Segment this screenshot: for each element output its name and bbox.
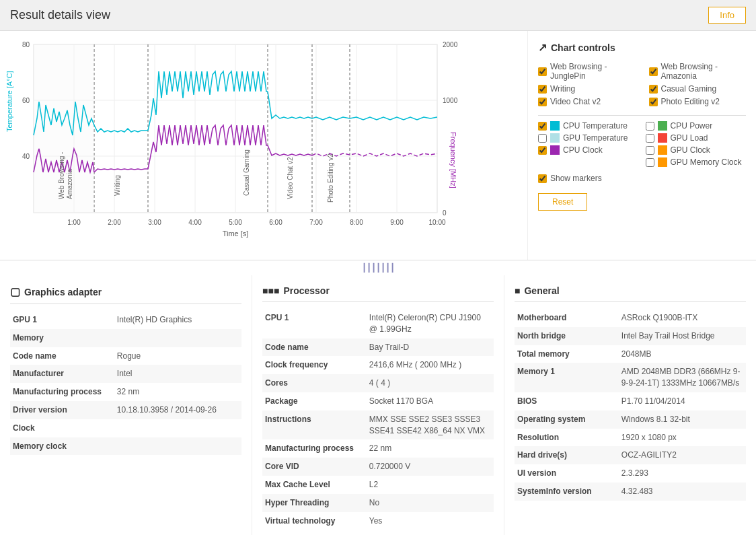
table-row: Code name Bay Trail-D [262, 338, 494, 357]
label-mfgprocess: Manufacturing process [262, 439, 367, 458]
svg-text:0: 0 [443, 209, 447, 217]
table-row: Virtual technology Yes [262, 512, 494, 530]
label-mfg-process: Manufacturing process [10, 383, 114, 401]
value-northbridge: Intel Bay Trail Host Bridge [619, 327, 746, 345]
show-markers-checkbox[interactable]: Show markers [538, 174, 746, 183]
value-virtual: Yes [367, 512, 494, 530]
label-maxcache: Max Cache Level [262, 476, 367, 494]
label-os: Operating system [515, 411, 619, 429]
table-row: Operating system Windows 8.1 32-bit [515, 411, 746, 429]
value-clockfreq: 2416,6 MHz ( 2000 MHz ) [367, 356, 494, 374]
svg-text:Frequency [MHz]: Frequency [MHz] [449, 132, 457, 188]
general-panel: ■ General Motherboard ASRock Q1900B-ITX … [504, 275, 756, 535]
bottom-section: ▢ Graphics adapter GPU 1 Intel(R) HD Gra… [0, 275, 756, 535]
label-gpu1: GPU 1 [10, 311, 114, 329]
label-hyperthreading: Hyper Threading [262, 494, 367, 512]
table-row: Manufacturing process 32 nm [10, 383, 241, 401]
svg-text:Amazonia: Amazonia [66, 169, 73, 199]
label-codename: Code name [10, 347, 114, 365]
graphics-adapter-table: GPU 1 Intel(R) HD Graphics Memory Code n… [10, 311, 241, 455]
checkbox-writing[interactable]: Writing [538, 84, 636, 94]
svg-text:10:00: 10:00 [428, 219, 445, 226]
svg-text:2000: 2000 [443, 41, 458, 48]
value-instructions: MMX SSE SSE2 SSE3 SSSE3 SSE41 SSE42 X86_… [367, 411, 494, 440]
sensor-cpu-clock[interactable]: CPU Clock [538, 145, 639, 155]
sensor-gpu-temp[interactable]: GPU Temperature [538, 133, 639, 143]
label-motherboard: Motherboard [515, 309, 619, 327]
sensor-gpu-mem-clock[interactable]: GPU Memory Clock [646, 157, 747, 167]
value-gpu1: Intel(R) HD Graphics [114, 311, 241, 329]
table-row: CPU 1 Intel(R) Celeron(R) CPU J1900 @ 1.… [262, 309, 494, 338]
svg-text:7:00: 7:00 [309, 219, 323, 226]
color-orange-box [658, 145, 667, 155]
value-cpu1: Intel(R) Celeron(R) CPU J1900 @ 1.99GHz [367, 309, 494, 338]
value-cores: 4 ( 4 ) [367, 374, 494, 392]
label-driver: Driver version [10, 401, 114, 419]
sensor-cpu-temp[interactable]: CPU Temperature [538, 121, 639, 131]
sensor-gpu-clock[interactable]: GPU Clock [646, 145, 747, 155]
reset-button[interactable]: Reset [538, 193, 587, 211]
chart-area: 80 60 40 2000 1000 0 1:00 2:00 3:00 4:00… [0, 31, 527, 260]
table-row: Hyper Threading No [262, 494, 494, 512]
value-manufacturer: Intel [114, 365, 241, 383]
value-memory1: AMD 2048MB DDR3 (666MHz 9-9-9-24-1T) 133… [619, 363, 746, 392]
checkbox-jungle[interactable]: Web Browsing - JunglePin [538, 62, 636, 81]
sensor-cpu-power[interactable]: CPU Power [646, 121, 747, 131]
table-row: Manufacturing process 22 nm [262, 439, 494, 458]
color-teal-box [550, 121, 560, 131]
svg-text:Web Browsing -: Web Browsing - [58, 152, 65, 199]
checkbox-casual[interactable]: Casual Gaming [649, 84, 747, 94]
label-clockfreq: Clock frequency [262, 356, 367, 374]
value-hyperthreading: No [367, 494, 494, 512]
table-row: Total memory 2048MB [515, 345, 746, 363]
svg-text:Time [s]: Time [s] [223, 229, 249, 238]
color-purple-box [550, 145, 560, 155]
value-uiversion: 2.3.293 [619, 464, 746, 483]
sensor-gpu-load[interactable]: GPU Load [646, 133, 747, 143]
processor-table: CPU 1 Intel(R) Celeron(R) CPU J1900 @ 1.… [262, 309, 494, 530]
table-row: Driver version 10.18.10.3958 / 2014-09-2… [10, 401, 241, 419]
svg-text:Writing: Writing [114, 175, 121, 196]
label-clock: Clock [10, 419, 114, 437]
label-sysinfoversion: SystemInfo version [515, 483, 619, 501]
value-resolution: 1920 x 1080 px [619, 429, 746, 447]
checkbox-amazonia[interactable]: Web Browsing - Amazonia [649, 62, 747, 81]
checkbox-videochat[interactable]: Video Chat v2 [538, 97, 636, 106]
table-row: Memory [10, 329, 241, 347]
color-green-box [658, 121, 667, 131]
label-memory: Memory [10, 329, 114, 347]
table-row: North bridge Intel Bay Trail Host Bridge [515, 327, 746, 345]
info-button[interactable]: Info [708, 7, 746, 24]
table-row: Code name Rogue [10, 347, 241, 365]
table-row: Memory 1 AMD 2048MB DDR3 (666MHz 9-9-9-2… [515, 363, 746, 392]
value-codename: Bay Trail-D [367, 338, 494, 357]
svg-text:Temperature [A°C]: Temperature [A°C] [5, 71, 13, 132]
svg-text:2:00: 2:00 [108, 219, 121, 226]
svg-text:1:00: 1:00 [67, 219, 81, 226]
value-harddrive: OCZ-AGILITY2 [619, 446, 746, 464]
svg-text:5:00: 5:00 [229, 219, 242, 226]
chart-svg: 80 60 40 2000 1000 0 1:00 2:00 3:00 4:00… [7, 38, 464, 240]
label-northbridge: North bridge [515, 327, 619, 345]
svg-text:1000: 1000 [443, 97, 458, 104]
chart-controls-title: Chart controls [538, 41, 746, 54]
label-virtual: Virtual technology [262, 512, 367, 530]
value-corevid: 0.720000 V [367, 458, 494, 476]
table-row: Max Cache Level L2 [262, 476, 494, 494]
label-manufacturer: Manufacturer [10, 365, 114, 383]
svg-text:40: 40 [22, 153, 30, 160]
label-bios: BIOS [515, 392, 619, 411]
svg-text:Casual Gaming: Casual Gaming [243, 149, 250, 196]
checkbox-photo[interactable]: Photo Editing v2 [649, 97, 747, 106]
value-package: Socket 1170 BGA [367, 392, 494, 411]
value-maxcache: L2 [367, 476, 494, 494]
page-title: Result details view [10, 8, 110, 22]
svg-text:3:00: 3:00 [148, 219, 161, 226]
value-bios: P1.70 11/04/2014 [619, 392, 746, 411]
table-row: GPU 1 Intel(R) HD Graphics [10, 311, 241, 329]
value-clock [114, 419, 241, 437]
label-instructions: Instructions [262, 411, 367, 440]
table-row: BIOS P1.70 11/04/2014 [515, 392, 746, 411]
drag-handle[interactable]: ┃┃┃┃┃┃┃ [0, 260, 756, 275]
label-cores: Cores [262, 374, 367, 392]
